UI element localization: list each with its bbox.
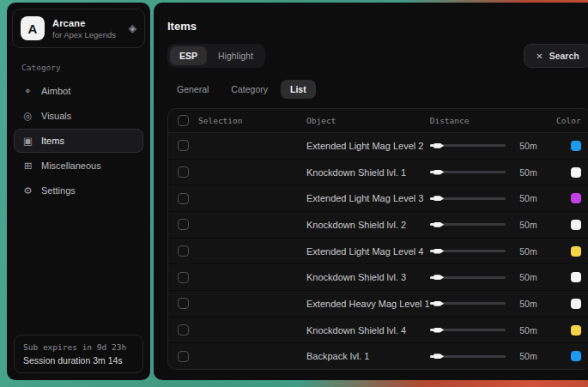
slider-thumb[interactable] xyxy=(433,143,444,148)
table-row[interactable]: Extended Light Mag Level 3 50m xyxy=(168,185,588,212)
object-name: Knockdown Shield lvl. 4 xyxy=(306,325,430,336)
sidebar-item-settings[interactable]: ⚙ Settings xyxy=(14,178,143,203)
select-all-checkbox[interactable] xyxy=(178,115,189,126)
app-header: A Arcane for Apex Legends ◈ xyxy=(12,9,145,48)
table-row[interactable]: Backpack lvl. 1 50m xyxy=(168,343,588,369)
row-checkbox[interactable] xyxy=(178,140,189,151)
distance-slider[interactable] xyxy=(430,302,506,305)
sidebar-item-label: Miscellaneous xyxy=(41,160,101,171)
sidebar: A Arcane for Apex Legends ◈ Category ⌖ A… xyxy=(7,3,150,380)
tab-highlight[interactable]: Highlight xyxy=(209,46,263,65)
tab-esp[interactable]: ESP xyxy=(170,46,207,65)
sidebar-item-miscellaneous[interactable]: ⊞ Miscellaneous xyxy=(14,154,143,178)
session-duration-text: Session duration 3m 14s xyxy=(23,355,134,366)
column-object: Object xyxy=(306,116,430,125)
object-name: Extended Light Mag Level 2 xyxy=(306,141,430,151)
color-swatch[interactable] xyxy=(571,246,581,257)
slider-thumb[interactable] xyxy=(433,354,444,359)
table-row[interactable]: Knockdown Shield lvl. 3 50m xyxy=(168,264,588,291)
distance-slider[interactable] xyxy=(430,329,506,331)
distance-slider[interactable] xyxy=(430,223,506,226)
slider-thumb[interactable] xyxy=(433,222,444,227)
row-checkbox[interactable] xyxy=(178,351,189,362)
table-body: Extended Light Mag Level 2 50m Knockdown… xyxy=(168,133,588,369)
x-icon: ✕ xyxy=(536,51,543,61)
color-swatch[interactable] xyxy=(571,220,581,230)
color-swatch[interactable] xyxy=(571,167,581,178)
row-checkbox[interactable] xyxy=(178,245,189,257)
object-name: Knockdown Shield lvl. 3 xyxy=(306,272,430,282)
distance-value: 50m xyxy=(513,272,537,282)
table-row[interactable]: Knockdown Shield lvl. 2 50m xyxy=(168,212,588,239)
distance-slider[interactable] xyxy=(430,171,506,173)
distance-slider[interactable] xyxy=(430,144,506,147)
row-checkbox[interactable] xyxy=(178,193,189,204)
sidebar-item-aimbot[interactable]: ⌖ Aimbot xyxy=(14,79,143,103)
row-checkbox[interactable] xyxy=(178,324,189,336)
page-title: Items xyxy=(167,20,588,33)
table-row[interactable]: Extended Heavy Mag Level 1 50m xyxy=(168,291,588,317)
color-swatch[interactable] xyxy=(571,193,581,203)
table-row[interactable]: Extended Light Mag Level 4 50m xyxy=(168,239,588,265)
distance-slider[interactable] xyxy=(430,355,506,358)
object-name: Knockdown Shield lvl. 2 xyxy=(306,220,430,230)
row-checkbox[interactable] xyxy=(178,298,189,309)
color-swatch[interactable] xyxy=(571,299,581,309)
app-name: Arcane xyxy=(52,18,121,28)
main-panel: Items ESP Highlight ✕ Search General Cat… xyxy=(154,3,588,380)
color-swatch[interactable] xyxy=(571,141,581,151)
slider-thumb[interactable] xyxy=(433,328,444,333)
distance-value: 50m xyxy=(513,246,537,257)
color-swatch[interactable] xyxy=(571,351,581,361)
search-button[interactable]: ✕ Search xyxy=(524,44,588,68)
slider-thumb[interactable] xyxy=(433,170,444,175)
row-checkbox[interactable] xyxy=(178,219,189,230)
tab-category[interactable]: Category xyxy=(221,80,277,99)
table-row[interactable]: Knockdown Shield lvl. 1 50m xyxy=(168,160,588,186)
sidebar-item-label: Aimbot xyxy=(41,86,70,96)
view-tabs: General Category List xyxy=(167,80,588,99)
session-status-box: Sub expires in 9d 23h Session duration 3… xyxy=(14,335,143,373)
slider-thumb[interactable] xyxy=(433,275,444,280)
sidebar-item-label: Settings xyxy=(41,185,76,196)
distance-slider[interactable] xyxy=(430,197,506,200)
slider-thumb[interactable] xyxy=(433,301,444,306)
distance-value: 50m xyxy=(513,220,537,230)
gear-icon: ⚙ xyxy=(22,184,33,197)
row-checkbox[interactable] xyxy=(178,272,189,283)
sidebar-item-items[interactable]: ▣ Items xyxy=(14,129,143,153)
object-name: Backpack lvl. 1 xyxy=(306,351,430,361)
table-row[interactable]: Extended Light Mag Level 2 50m xyxy=(168,133,588,160)
color-swatch[interactable] xyxy=(571,272,581,282)
table-header: Selection Object Distance Color xyxy=(168,109,588,133)
category-label: Category xyxy=(21,63,150,72)
slider-thumb[interactable] xyxy=(433,196,444,201)
column-color: Color xyxy=(543,116,581,125)
object-name: Extended Heavy Mag Level 1 xyxy=(306,299,430,309)
column-selection: Selection xyxy=(198,116,242,125)
column-distance: Distance xyxy=(430,116,543,125)
distance-slider[interactable] xyxy=(430,250,506,252)
distance-value: 50m xyxy=(513,325,537,336)
items-table: Selection Object Distance Color Extended… xyxy=(167,108,588,370)
sidebar-item-label: Visuals xyxy=(41,111,71,121)
color-swatch[interactable] xyxy=(571,325,581,336)
mode-tabs: ESP Highlight xyxy=(167,44,265,68)
tab-general[interactable]: General xyxy=(167,80,218,99)
tab-list[interactable]: List xyxy=(281,80,316,99)
distance-value: 50m xyxy=(513,167,537,178)
app-logo: A xyxy=(21,16,45,40)
table-row[interactable]: Knockdown Shield lvl. 4 50m xyxy=(168,317,588,344)
pin-icon[interactable]: ◈ xyxy=(129,23,136,33)
object-name: Knockdown Shield lvl. 1 xyxy=(306,167,430,178)
sidebar-nav: ⌖ Aimbot ◎ Visuals ▣ Items ⊞ Miscellaneo… xyxy=(7,76,150,206)
row-checkbox[interactable] xyxy=(178,166,189,178)
object-name: Extended Light Mag Level 4 xyxy=(306,246,430,257)
sidebar-item-label: Items xyxy=(41,136,64,146)
distance-slider[interactable] xyxy=(430,276,506,279)
crosshair-icon: ⌖ xyxy=(22,86,33,97)
app-subtitle: for Apex Legends xyxy=(52,30,121,39)
sidebar-item-visuals[interactable]: ◎ Visuals xyxy=(14,104,143,128)
box-icon: ▣ xyxy=(22,135,33,147)
slider-thumb[interactable] xyxy=(433,249,444,254)
